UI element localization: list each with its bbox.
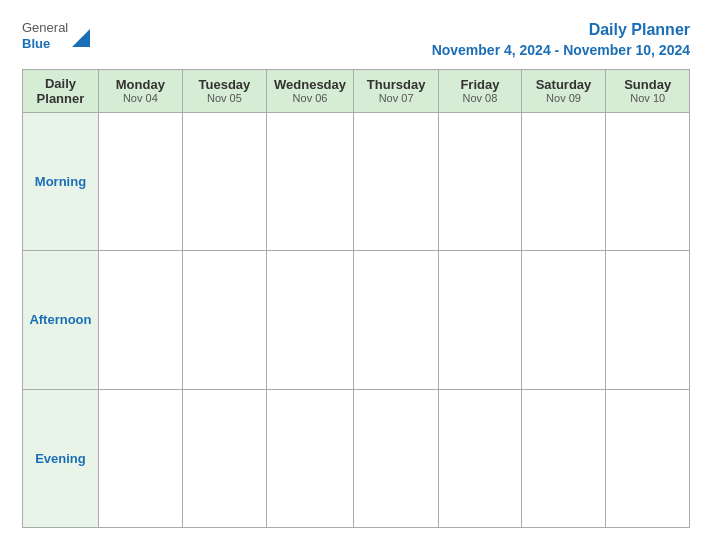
table-cell[interactable] — [182, 389, 266, 527]
table-cell[interactable] — [267, 112, 354, 250]
date-range: November 4, 2024 - November 10, 2024 — [432, 41, 690, 59]
table-cell[interactable] — [521, 251, 606, 389]
table-day-header: MondayNov 04 — [98, 69, 182, 112]
logo-triangle-icon — [72, 29, 90, 47]
row-label: Afternoon — [23, 251, 99, 389]
table-cell[interactable] — [439, 251, 521, 389]
logo-blue-text: Blue — [22, 36, 68, 52]
table-header-label: Daily Planner — [23, 69, 99, 112]
page-title: Daily Planner — [432, 20, 690, 41]
title-area: Daily Planner November 4, 2024 - Novembe… — [432, 20, 690, 59]
table-cell[interactable] — [606, 251, 690, 389]
table-row: Morning — [23, 112, 690, 250]
table-cell[interactable] — [606, 389, 690, 527]
table-day-header: WednesdayNov 06 — [267, 69, 354, 112]
table-cell[interactable] — [354, 251, 439, 389]
table-cell[interactable] — [267, 251, 354, 389]
table-cell[interactable] — [182, 112, 266, 250]
table-cell[interactable] — [354, 112, 439, 250]
row-label: Morning — [23, 112, 99, 250]
table-cell[interactable] — [439, 389, 521, 527]
table-day-header: SundayNov 10 — [606, 69, 690, 112]
table-day-header: SaturdayNov 09 — [521, 69, 606, 112]
logo-general-text: General — [22, 20, 68, 36]
table-cell[interactable] — [521, 112, 606, 250]
table-day-header: FridayNov 08 — [439, 69, 521, 112]
table-cell[interactable] — [182, 251, 266, 389]
table-cell[interactable] — [354, 389, 439, 527]
table-row: Evening — [23, 389, 690, 527]
table-cell[interactable] — [98, 251, 182, 389]
table-cell[interactable] — [98, 112, 182, 250]
table-cell[interactable] — [606, 112, 690, 250]
table-row: Afternoon — [23, 251, 690, 389]
table-cell[interactable] — [267, 389, 354, 527]
table-cell[interactable] — [521, 389, 606, 527]
table-day-header: TuesdayNov 05 — [182, 69, 266, 112]
page: General Blue Daily Planner November 4, 2… — [10, 10, 702, 540]
table-header-row: Daily Planner MondayNov 04TuesdayNov 05W… — [23, 69, 690, 112]
planner-table: Daily Planner MondayNov 04TuesdayNov 05W… — [22, 69, 690, 528]
table-cell[interactable] — [98, 389, 182, 527]
logo-area: General Blue — [22, 20, 90, 51]
header: General Blue Daily Planner November 4, 2… — [22, 20, 690, 59]
table-day-header: ThursdayNov 07 — [354, 69, 439, 112]
table-cell[interactable] — [439, 112, 521, 250]
row-label: Evening — [23, 389, 99, 527]
